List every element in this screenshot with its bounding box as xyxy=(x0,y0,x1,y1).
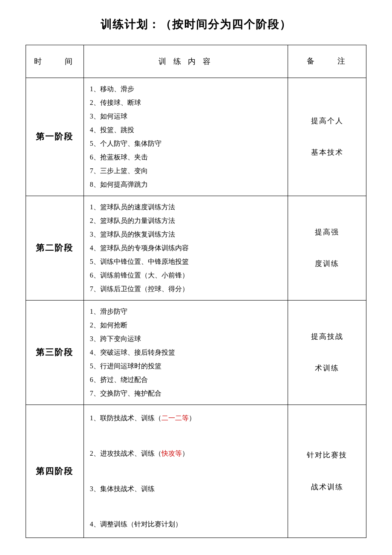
table-row: 第三阶段 1、滑步防守 2、如何抢断 3、跨下变向运球 4、突破运球、接后转身投… xyxy=(26,300,366,405)
stage-1-label: 第一阶段 xyxy=(26,78,84,196)
stage-3-label: 第三阶段 xyxy=(26,300,84,405)
header-note: 备 注 xyxy=(288,45,366,78)
table-header-row: 时 间 训 练 内 容 备 注 xyxy=(26,45,366,78)
stage-2-note: 提高强度训练 xyxy=(288,196,366,300)
table-row: 第二阶段 1、篮球队员的速度训练方法 2、篮球队员的力量训练方法 3、篮球队员的… xyxy=(26,196,366,300)
stage-1-content: 1、移动、滑步 2、传接球、断球 3、如何运球 4、投篮、跳投 5、个人防守、集… xyxy=(84,78,288,196)
stage-3-content: 1、滑步防守 2、如何抢断 3、跨下变向运球 4、突破运球、接后转身投篮 5、行… xyxy=(84,300,288,405)
stage-1-note: 提高个人基本技术 xyxy=(288,78,366,196)
stage-2-content: 1、篮球队员的速度训练方法 2、篮球队员的力量训练方法 3、篮球队员的恢复训练方… xyxy=(84,196,288,300)
stage-3-note: 提高技战术训练 xyxy=(288,300,366,405)
stage-4-label: 第四阶段 xyxy=(26,405,84,538)
stage-4-note: 针对比赛技战术训练 xyxy=(288,405,366,538)
stage-4-content: 1、联防技战术、训练（二一二等） 2、进攻技战术、训练（快攻等） 3、集体技战术… xyxy=(84,405,288,538)
stage-2-label: 第二阶段 xyxy=(26,196,84,300)
training-table: 时 间 训 练 内 容 备 注 第一阶段 1、移动、滑步 2、传接球、断球 3、… xyxy=(26,45,366,538)
table-row: 第四阶段 1、联防技战术、训练（二一二等） 2、进攻技战术、训练（快攻等） 3、… xyxy=(26,405,366,538)
header-content: 训 练 内 容 xyxy=(84,45,288,78)
header-time: 时 间 xyxy=(26,45,84,78)
highlight-2: 快攻等 xyxy=(161,450,182,457)
page-title: 训练计划：（按时间分为四个阶段） xyxy=(26,17,366,32)
highlight-1: 二一二等 xyxy=(161,414,189,422)
table-row: 第一阶段 1、移动、滑步 2、传接球、断球 3、如何运球 4、投篮、跳投 5、个… xyxy=(26,78,366,196)
